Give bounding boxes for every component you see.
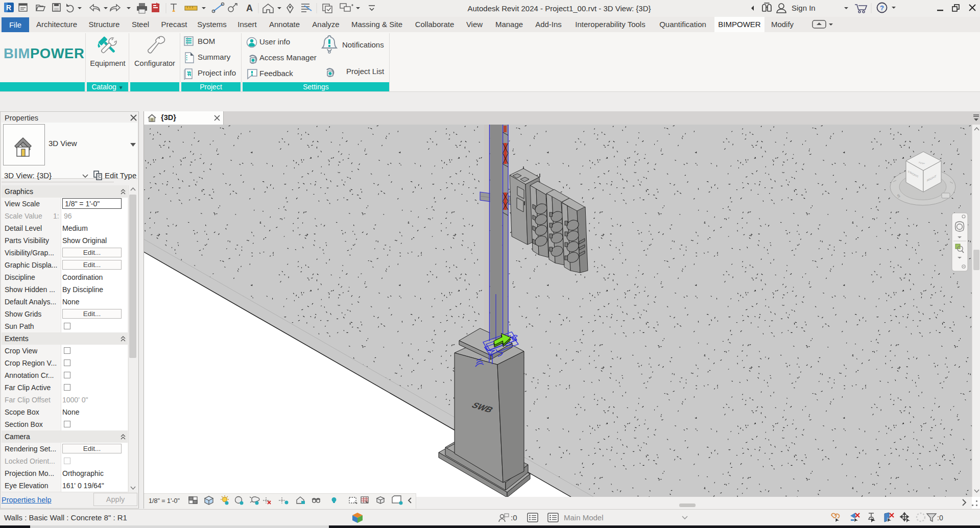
svg-text:R: R <box>6 4 11 12</box>
svg-text:1/8" = 1'-0": 1/8" = 1'-0" <box>149 497 180 505</box>
svg-text:?: ? <box>880 4 884 12</box>
svg-text::0: :0 <box>937 514 943 522</box>
svg-text:A: A <box>246 3 253 13</box>
svg-text:Sign In: Sign In <box>792 4 816 12</box>
